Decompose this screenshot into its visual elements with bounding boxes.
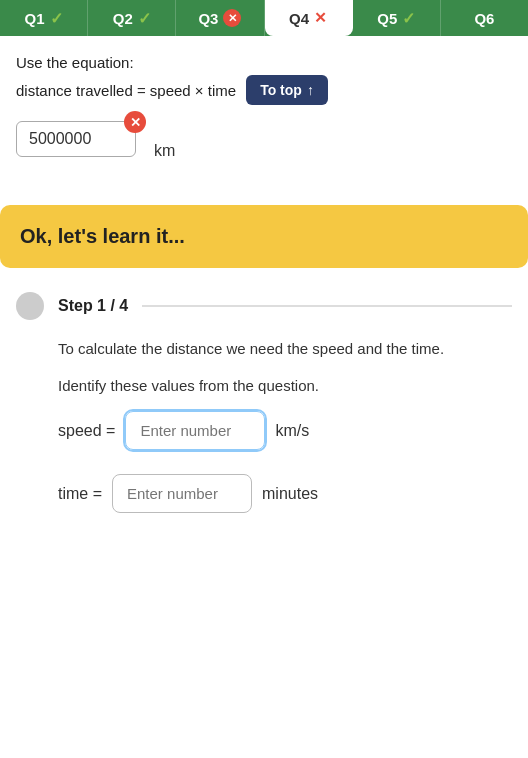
tab-q6-label: Q6: [474, 10, 494, 27]
tab-q2-check-icon: ✓: [138, 9, 151, 28]
step-body: To calculate the distance we need the sp…: [16, 338, 512, 513]
tab-q6[interactable]: Q6: [441, 0, 528, 36]
time-label: time =: [58, 485, 102, 503]
tab-q5[interactable]: Q5 ✓: [353, 0, 441, 36]
speed-input[interactable]: [125, 411, 265, 450]
time-input[interactable]: [112, 474, 252, 513]
time-unit: minutes: [262, 485, 318, 503]
to-top-label: To top: [260, 82, 302, 98]
answer-unit: km: [154, 142, 175, 160]
tab-q3-label: Q3: [198, 10, 218, 27]
step-progress-line: [142, 305, 512, 307]
tab-q1[interactable]: Q1 ✓: [0, 0, 88, 36]
use-equation-label: Use the equation:: [16, 54, 512, 71]
answer-area: ✕: [16, 121, 136, 157]
tab-q1-check-icon: ✓: [50, 9, 63, 28]
tab-q5-check-icon: ✓: [402, 9, 415, 28]
tab-q3-x-icon: ✕: [223, 9, 241, 27]
tab-bar: Q1 ✓ Q2 ✓ Q3 ✕ Q4 ✕ Q5 ✓ Q6: [0, 0, 528, 36]
to-top-arrow-icon: ↑: [307, 82, 314, 98]
speed-input-row: speed = km/s: [58, 411, 512, 450]
equation-text: distance travelled = speed × time: [16, 82, 236, 99]
tab-q1-label: Q1: [25, 10, 45, 27]
step-title: Step 1 / 4: [58, 297, 128, 315]
learn-banner-text: Ok, let's learn it...: [20, 225, 185, 247]
tab-q3[interactable]: Q3 ✕: [176, 0, 264, 36]
step-header: Step 1 / 4: [16, 292, 512, 320]
step-para-2: Identify these values from the question.: [58, 375, 512, 398]
main-content: Use the equation: distance travelled = s…: [0, 36, 528, 513]
tab-q4-label: Q4: [289, 10, 309, 27]
tab-q5-label: Q5: [377, 10, 397, 27]
time-input-row: time = minutes: [58, 474, 512, 513]
step-para-1: To calculate the distance we need the sp…: [58, 338, 512, 361]
to-top-button[interactable]: To top ↑: [246, 75, 328, 105]
steps-section: Step 1 / 4 To calculate the distance we …: [16, 268, 512, 513]
tab-q2-label: Q2: [113, 10, 133, 27]
equation-row: distance travelled = speed × time To top…: [16, 75, 512, 105]
answer-input[interactable]: [16, 121, 136, 157]
tab-q2[interactable]: Q2 ✓: [88, 0, 176, 36]
learn-banner[interactable]: Ok, let's learn it...: [0, 205, 528, 268]
error-badge: ✕: [124, 111, 146, 133]
tab-q4-x-icon: ✕: [314, 9, 327, 27]
step-circle-icon: [16, 292, 44, 320]
speed-unit: km/s: [275, 422, 309, 440]
speed-label: speed =: [58, 422, 115, 440]
tab-q4[interactable]: Q4 ✕: [265, 0, 353, 36]
